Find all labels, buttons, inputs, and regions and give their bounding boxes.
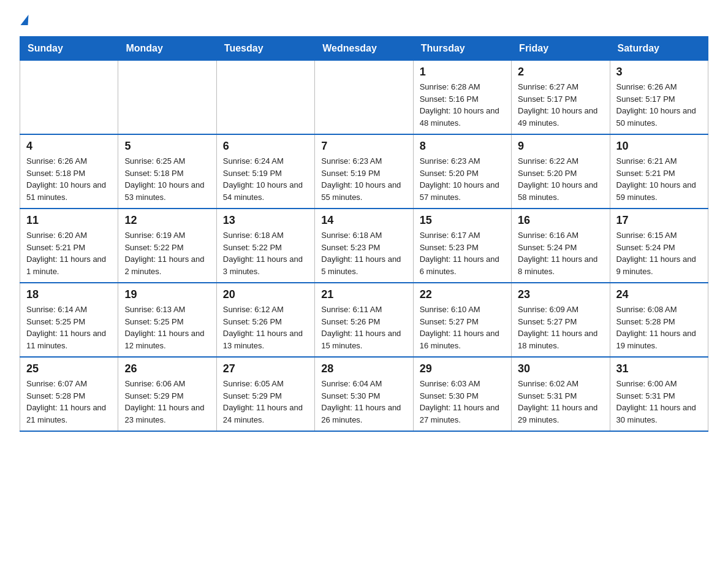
day-number: 11	[26, 214, 112, 227]
day-info: Sunrise: 6:03 AMSunset: 5:30 PMDaylight:…	[420, 378, 505, 426]
day-info: Sunrise: 6:27 AMSunset: 5:17 PMDaylight:…	[518, 81, 603, 129]
week-row-2: 4Sunrise: 6:26 AMSunset: 5:18 PMDaylight…	[20, 134, 708, 209]
day-number: 16	[518, 214, 603, 227]
day-cell: 6Sunrise: 6:24 AMSunset: 5:19 PMDaylight…	[216, 134, 314, 209]
day-cell: 17Sunrise: 6:15 AMSunset: 5:24 PMDayligh…	[610, 209, 708, 283]
day-number: 30	[518, 362, 603, 375]
day-number: 27	[223, 362, 308, 375]
day-info: Sunrise: 6:19 AMSunset: 5:22 PMDaylight:…	[124, 229, 210, 277]
day-number: 29	[420, 362, 505, 375]
day-info: Sunrise: 6:15 AMSunset: 5:24 PMDaylight:…	[616, 229, 702, 277]
day-cell	[20, 61, 118, 135]
day-cell	[118, 61, 216, 135]
day-cell: 2Sunrise: 6:27 AMSunset: 5:17 PMDaylight…	[512, 61, 610, 135]
day-info: Sunrise: 6:16 AMSunset: 5:24 PMDaylight:…	[518, 229, 603, 277]
col-header-sunday: Sunday	[20, 37, 118, 61]
day-number: 2	[518, 66, 603, 79]
day-info: Sunrise: 6:04 AMSunset: 5:30 PMDaylight:…	[321, 378, 406, 426]
day-info: Sunrise: 6:28 AMSunset: 5:16 PMDaylight:…	[420, 81, 505, 129]
day-cell: 26Sunrise: 6:06 AMSunset: 5:29 PMDayligh…	[118, 357, 216, 431]
day-number: 12	[124, 214, 210, 227]
day-number: 17	[616, 214, 702, 227]
day-cell: 14Sunrise: 6:18 AMSunset: 5:23 PMDayligh…	[315, 209, 413, 283]
day-cell: 23Sunrise: 6:09 AMSunset: 5:27 PMDayligh…	[512, 283, 610, 357]
day-number: 13	[223, 214, 308, 227]
day-number: 24	[616, 288, 702, 301]
day-info: Sunrise: 6:00 AMSunset: 5:31 PMDaylight:…	[616, 378, 702, 426]
day-cell: 3Sunrise: 6:26 AMSunset: 5:17 PMDaylight…	[610, 61, 708, 135]
day-info: Sunrise: 6:22 AMSunset: 5:20 PMDaylight:…	[518, 155, 603, 203]
day-info: Sunrise: 6:25 AMSunset: 5:18 PMDaylight:…	[124, 155, 210, 203]
day-number: 15	[420, 214, 505, 227]
week-row-1: 1Sunrise: 6:28 AMSunset: 5:16 PMDaylight…	[20, 61, 708, 135]
day-cell: 12Sunrise: 6:19 AMSunset: 5:22 PMDayligh…	[118, 209, 216, 283]
day-info: Sunrise: 6:07 AMSunset: 5:28 PMDaylight:…	[26, 378, 112, 426]
day-cell	[216, 61, 314, 135]
page-header	[20, 15, 708, 25]
day-info: Sunrise: 6:08 AMSunset: 5:28 PMDaylight:…	[616, 304, 702, 351]
col-header-thursday: Thursday	[413, 37, 511, 61]
day-info: Sunrise: 6:21 AMSunset: 5:21 PMDaylight:…	[616, 155, 702, 203]
day-number: 28	[321, 362, 406, 375]
day-cell: 19Sunrise: 6:13 AMSunset: 5:25 PMDayligh…	[118, 283, 216, 357]
day-cell: 25Sunrise: 6:07 AMSunset: 5:28 PMDayligh…	[20, 357, 118, 431]
day-info: Sunrise: 6:17 AMSunset: 5:23 PMDaylight:…	[420, 229, 505, 277]
day-number: 3	[616, 66, 702, 79]
day-cell: 30Sunrise: 6:02 AMSunset: 5:31 PMDayligh…	[512, 357, 610, 431]
day-cell: 15Sunrise: 6:17 AMSunset: 5:23 PMDayligh…	[413, 209, 511, 283]
day-cell: 1Sunrise: 6:28 AMSunset: 5:16 PMDaylight…	[413, 61, 511, 135]
week-row-5: 25Sunrise: 6:07 AMSunset: 5:28 PMDayligh…	[20, 357, 708, 431]
day-info: Sunrise: 6:23 AMSunset: 5:19 PMDaylight:…	[321, 155, 406, 203]
day-cell: 22Sunrise: 6:10 AMSunset: 5:27 PMDayligh…	[413, 283, 511, 357]
week-row-3: 11Sunrise: 6:20 AMSunset: 5:21 PMDayligh…	[20, 209, 708, 283]
col-header-tuesday: Tuesday	[216, 37, 314, 61]
day-info: Sunrise: 6:09 AMSunset: 5:27 PMDaylight:…	[518, 304, 603, 351]
calendar-header-row: SundayMondayTuesdayWednesdayThursdayFrid…	[20, 37, 708, 61]
day-info: Sunrise: 6:18 AMSunset: 5:23 PMDaylight:…	[321, 229, 406, 277]
day-cell: 28Sunrise: 6:04 AMSunset: 5:30 PMDayligh…	[315, 357, 413, 431]
day-number: 9	[518, 140, 603, 153]
day-cell: 16Sunrise: 6:16 AMSunset: 5:24 PMDayligh…	[512, 209, 610, 283]
day-info: Sunrise: 6:02 AMSunset: 5:31 PMDaylight:…	[518, 378, 603, 426]
day-cell: 10Sunrise: 6:21 AMSunset: 5:21 PMDayligh…	[610, 134, 708, 209]
day-cell: 18Sunrise: 6:14 AMSunset: 5:25 PMDayligh…	[20, 283, 118, 357]
day-cell: 13Sunrise: 6:18 AMSunset: 5:22 PMDayligh…	[216, 209, 314, 283]
day-cell: 11Sunrise: 6:20 AMSunset: 5:21 PMDayligh…	[20, 209, 118, 283]
day-number: 21	[321, 288, 406, 301]
day-cell: 7Sunrise: 6:23 AMSunset: 5:19 PMDaylight…	[315, 134, 413, 209]
day-info: Sunrise: 6:06 AMSunset: 5:29 PMDaylight:…	[124, 378, 210, 426]
day-number: 7	[321, 140, 406, 153]
day-number: 8	[420, 140, 505, 153]
day-number: 14	[321, 214, 406, 227]
day-cell: 20Sunrise: 6:12 AMSunset: 5:26 PMDayligh…	[216, 283, 314, 357]
col-header-friday: Friday	[512, 37, 610, 61]
day-number: 25	[26, 362, 112, 375]
calendar-table: SundayMondayTuesdayWednesdayThursdayFrid…	[20, 36, 708, 432]
day-number: 22	[420, 288, 505, 301]
day-cell: 29Sunrise: 6:03 AMSunset: 5:30 PMDayligh…	[413, 357, 511, 431]
day-cell	[315, 61, 413, 135]
day-info: Sunrise: 6:11 AMSunset: 5:26 PMDaylight:…	[321, 304, 406, 351]
day-number: 26	[124, 362, 210, 375]
day-info: Sunrise: 6:26 AMSunset: 5:18 PMDaylight:…	[26, 155, 112, 203]
logo-triangle-icon	[21, 15, 30, 25]
day-number: 4	[26, 140, 112, 153]
day-info: Sunrise: 6:10 AMSunset: 5:27 PMDaylight:…	[420, 304, 505, 351]
day-number: 20	[223, 288, 308, 301]
day-cell: 4Sunrise: 6:26 AMSunset: 5:18 PMDaylight…	[20, 134, 118, 209]
day-info: Sunrise: 6:18 AMSunset: 5:22 PMDaylight:…	[223, 229, 308, 277]
day-number: 5	[124, 140, 210, 153]
day-info: Sunrise: 6:20 AMSunset: 5:21 PMDaylight:…	[26, 229, 112, 277]
day-number: 18	[26, 288, 112, 301]
day-number: 10	[616, 140, 702, 153]
col-header-wednesday: Wednesday	[315, 37, 413, 61]
col-header-monday: Monday	[118, 37, 216, 61]
day-cell: 24Sunrise: 6:08 AMSunset: 5:28 PMDayligh…	[610, 283, 708, 357]
day-info: Sunrise: 6:05 AMSunset: 5:29 PMDaylight:…	[223, 378, 308, 426]
day-cell: 5Sunrise: 6:25 AMSunset: 5:18 PMDaylight…	[118, 134, 216, 209]
day-number: 19	[124, 288, 210, 301]
day-number: 6	[223, 140, 308, 153]
day-cell: 31Sunrise: 6:00 AMSunset: 5:31 PMDayligh…	[610, 357, 708, 431]
day-info: Sunrise: 6:14 AMSunset: 5:25 PMDaylight:…	[26, 304, 112, 351]
day-cell: 8Sunrise: 6:23 AMSunset: 5:20 PMDaylight…	[413, 134, 511, 209]
